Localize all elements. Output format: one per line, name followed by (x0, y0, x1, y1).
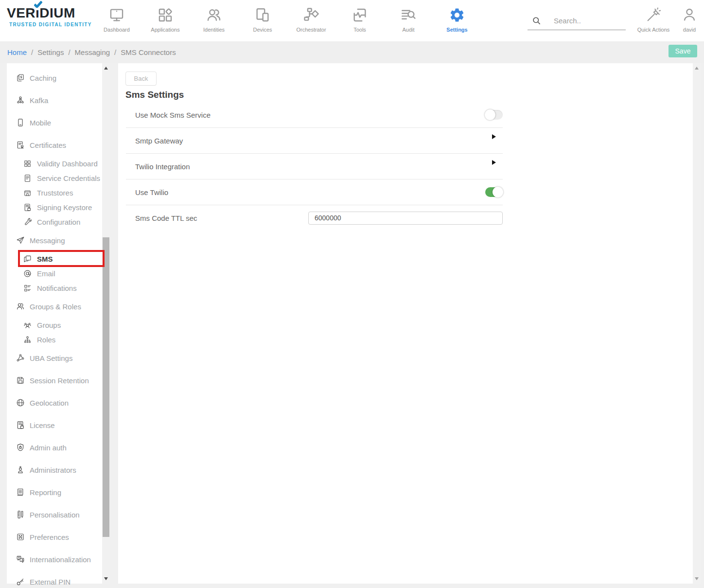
breadcrumb: Home/Settings/Messaging/SMS Connectors (7, 41, 180, 63)
sidebar-item-groups[interactable]: Groups (7, 318, 102, 332)
quick-actions-button[interactable]: Quick Actions (634, 5, 673, 33)
save-button[interactable]: Save (669, 45, 697, 57)
setting-row-twilio-integration: Twilio Integration (126, 154, 503, 179)
logo-checkmark-icon (34, 1, 42, 8)
validity-dashboard-icon (23, 160, 32, 168)
nav-item-devices[interactable]: Devices (238, 5, 287, 33)
scroll-up-arrow-icon[interactable] (104, 67, 108, 70)
nav-item-identities[interactable]: Identities (190, 5, 238, 33)
sidebar-item-license[interactable]: License (7, 414, 102, 436)
toggle-off[interactable] (485, 110, 503, 120)
orchestrator-icon (303, 5, 319, 25)
nav-item-audit[interactable]: Audit (384, 5, 433, 33)
sidebar-item-preferences[interactable]: Preferences (7, 526, 102, 548)
toggle-on[interactable] (485, 187, 503, 197)
wand-icon (646, 5, 661, 25)
nav-item-orchestrator[interactable]: Orchestrator (287, 5, 335, 33)
sidebar-item-administrators[interactable]: Administrators (7, 459, 102, 481)
setting-row-use-twilio: Use Twilio (126, 179, 503, 205)
sidebar-item-reporting[interactable]: Reporting (7, 481, 102, 503)
settings-rows: Use Mock Sms ServiceSmtp GatewayTwilio I… (126, 102, 503, 231)
logo-wordmark: VERıDIUM (7, 6, 92, 20)
expand-arrow-icon[interactable] (492, 134, 496, 139)
kafka-icon (16, 96, 25, 105)
breadcrumb-bar: Home/Settings/Messaging/SMS Connectors (0, 41, 704, 63)
user-name: david (683, 27, 696, 33)
sidebar-item-messaging[interactable]: Messaging (7, 229, 102, 251)
sidebar-item-uba-settings[interactable]: UBA Settings (7, 347, 102, 369)
logo-tagline: TRUSTED DIGITAL IDENTITY (7, 22, 92, 27)
user-menu[interactable]: david (675, 5, 704, 33)
sidebar-item-geolocation[interactable]: Geolocation (7, 392, 102, 414)
nav-item-tools[interactable]: Tools (335, 5, 384, 33)
truststores-icon (23, 189, 32, 197)
sidebar-scrollbar[interactable] (102, 63, 110, 584)
notifications-icon (23, 284, 32, 292)
sidebar-item-sms[interactable]: SMS (7, 251, 102, 266)
sidebar-item-validity-dashboard[interactable]: Validity Dashboard (7, 156, 102, 171)
roles-icon (23, 336, 32, 344)
internationalization-icon (16, 555, 25, 564)
sidebar-item-roles[interactable]: Roles (7, 332, 102, 347)
sidebar-item-admin-auth[interactable]: Admin auth (7, 436, 102, 459)
page-scroll-down-arrow-icon[interactable] (695, 577, 699, 580)
page-title: Sms Settings (125, 89, 184, 100)
sidebar-item-external-pin[interactable]: External PIN (7, 570, 102, 588)
service-credentials-icon (23, 174, 32, 182)
admin-auth-icon (16, 443, 25, 452)
sidebar-item-certificates[interactable]: Certificates (7, 134, 102, 156)
back-button[interactable]: Back (125, 71, 157, 86)
license-icon (16, 421, 25, 429)
sidebar-item-email[interactable]: Email (7, 266, 102, 281)
audit-icon (400, 5, 417, 25)
sidebar-item-service-credentials[interactable]: Service Credentials (7, 171, 102, 185)
page-scrollbar[interactable] (693, 63, 701, 584)
sidebar-scrollbar-thumb[interactable] (103, 237, 109, 537)
expand-arrow-icon[interactable] (492, 160, 496, 165)
breadcrumb-messaging: Messaging (75, 48, 110, 56)
messaging-icon (16, 236, 25, 245)
dashboard-icon (108, 5, 125, 25)
search-input[interactable] (554, 17, 627, 25)
tools-icon (352, 5, 368, 25)
sidebar-item-caching[interactable]: Caching (7, 67, 102, 89)
breadcrumb-home[interactable]: Home (7, 48, 27, 56)
breadcrumb-sms-connectors: SMS Connectors (121, 48, 176, 56)
sidebar-item-notifications[interactable]: Notifications (7, 281, 102, 295)
nav-item-dashboard[interactable]: Dashboard (92, 5, 141, 33)
sms-code-ttl-input[interactable] (308, 212, 503, 225)
breadcrumb-settings: Settings (37, 48, 64, 56)
sidebar-item-session-retention[interactable]: Session Retention (7, 369, 102, 392)
sidebar-item-personalisation[interactable]: Personalisation (7, 503, 102, 526)
nav-item-settings[interactable]: Settings (433, 5, 481, 33)
sms-icon (23, 255, 32, 263)
mobile-icon (16, 118, 25, 127)
search-box (528, 12, 626, 30)
page-scroll-up-arrow-icon[interactable] (695, 67, 699, 70)
scroll-down-arrow-icon[interactable] (104, 577, 108, 580)
sidebar-item-mobile[interactable]: Mobile (7, 111, 102, 134)
setting-row-smtp-gateway: Smtp Gateway (126, 128, 503, 154)
sidebar-item-signing-keystore[interactable]: Signing Keystore (7, 200, 102, 214)
caching-icon (16, 73, 25, 82)
sidebar-item-groups-roles[interactable]: Groups & Roles (7, 295, 102, 318)
uba-settings-icon (16, 354, 25, 362)
sidebar-item-internationalization[interactable]: Internationalization (7, 548, 102, 570)
applications-icon (157, 5, 174, 25)
nav-item-applications[interactable]: Applications (141, 5, 190, 33)
setting-row-sms-code-ttl-sec: Sms Code TTL sec (126, 205, 503, 231)
sidebar-item-truststores[interactable]: Truststores (7, 185, 102, 200)
configuration-icon (23, 218, 32, 226)
top-bar: VERıDIUM TRUSTED DIGITAL IDENTITY Dashbo… (0, 0, 704, 41)
settings-sidebar: CachingKafkaMobileCertificatesValidity D… (7, 63, 102, 584)
reporting-icon (16, 488, 25, 497)
personalisation-icon (16, 510, 25, 519)
breadcrumb-separator: / (31, 48, 33, 56)
sidebar-item-kafka[interactable]: Kafka (7, 89, 102, 111)
search-icon (532, 16, 541, 25)
identities-icon (206, 5, 222, 25)
preferences-icon (16, 533, 25, 541)
geolocation-icon (16, 398, 25, 407)
sidebar-item-configuration[interactable]: Configuration (7, 214, 102, 229)
veridium-logo[interactable]: VERıDIUM TRUSTED DIGITAL IDENTITY (7, 6, 92, 27)
